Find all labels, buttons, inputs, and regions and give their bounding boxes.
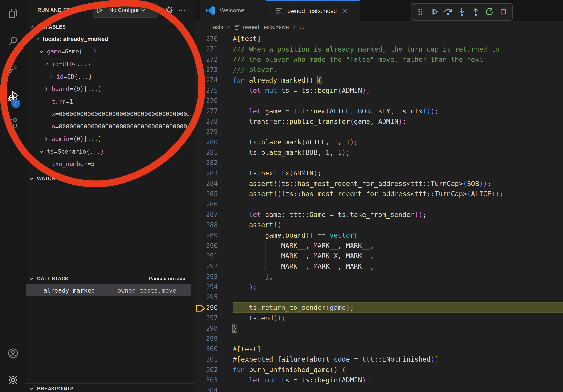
variable-row[interactable]: id = ID{...} — [26, 70, 191, 83]
code-line[interactable]: 271/// When a position is already marked… — [195, 44, 563, 54]
code-line[interactable]: 287 let game: ttt::Game = ts.take_from_s… — [195, 209, 563, 220]
variable-row[interactable]: turn = 1 — [26, 95, 191, 108]
line-number[interactable]: 272 — [205, 55, 218, 63]
line-number[interactable]: 300 — [205, 345, 218, 353]
code-line[interactable]: 295 — [195, 292, 563, 302]
code-line[interactable]: 291 MARK__, MARK_X, MARK__, — [195, 251, 563, 261]
line-number[interactable]: 298 — [205, 325, 218, 332]
code-text[interactable]: } — [233, 323, 563, 333]
code-line[interactable]: 276 — [195, 95, 563, 106]
call-stack-frame[interactable]: already_marked owned_tests.move — [26, 284, 191, 297]
code-text[interactable]: ts.place_mark(BOB, 1, 1); — [233, 147, 563, 157]
code-line[interactable]: 283 ts.next_tx(ADMIN); — [195, 168, 563, 178]
line-number[interactable]: 283 — [205, 169, 218, 177]
line-number[interactable]: 290 — [205, 242, 218, 249]
code-line[interactable]: 293 ], — [195, 271, 563, 282]
code-line[interactable]: 304 — [195, 385, 563, 392]
step-over-button[interactable] — [443, 7, 453, 17]
line-number[interactable]: 301 — [205, 355, 218, 363]
variable-row[interactable]: txn_number = 5 — [26, 158, 191, 170]
code-line[interactable]: 277 let game = ttt::new(ALICE, BOB, KEY,… — [195, 106, 563, 116]
variable-row[interactable]: admin = (0)[...] — [26, 133, 191, 145]
code-text[interactable]: /// When a position is already marked, t… — [233, 44, 563, 54]
chevron-down-icon[interactable] — [39, 49, 44, 54]
call-stack-section-header[interactable]: CALL STACK Paused on step — [26, 273, 194, 284]
code-text[interactable]: ); — [233, 282, 563, 292]
code-text[interactable]: let mut ts = ts::begin(ADMIN); — [233, 85, 563, 95]
debug-stackframe-icon[interactable] — [195, 302, 205, 313]
step-into-button[interactable] — [457, 7, 467, 17]
code-text[interactable] — [233, 127, 563, 137]
close-icon[interactable] — [342, 8, 349, 15]
gear-icon[interactable] — [164, 6, 174, 15]
line-number[interactable]: 277 — [205, 107, 218, 115]
line-number[interactable]: 270 — [205, 35, 218, 43]
line-number[interactable]: 303 — [205, 376, 218, 384]
code-text[interactable]: ts.place_mark(ALICE, 1, 1); — [233, 137, 563, 147]
code-text[interactable]: ], — [233, 271, 563, 282]
chevron-down-icon[interactable] — [35, 37, 40, 42]
line-number[interactable]: 295 — [205, 293, 218, 301]
code-line[interactable]: 294 ); — [195, 282, 563, 292]
code-text[interactable]: game.board() == vector[ — [233, 230, 563, 240]
code-line[interactable]: 274fun already_marked() { — [195, 75, 563, 85]
code-text[interactable]: transfer::public_transfer(game, ADMIN); — [233, 116, 563, 127]
line-number[interactable]: 302 — [205, 366, 218, 373]
code-line[interactable]: 273/// player. — [195, 65, 563, 75]
line-number[interactable]: 296 — [205, 304, 218, 312]
line-number[interactable]: 299 — [205, 335, 218, 342]
restart-button[interactable] — [485, 7, 494, 17]
code-text[interactable] — [233, 333, 563, 344]
code-line[interactable]: 270#[test] — [195, 34, 563, 44]
breadcrumb-item-file[interactable]: owned_tests.move — [243, 24, 289, 30]
stop-button[interactable] — [499, 7, 508, 17]
chevron-down-icon[interactable] — [44, 61, 49, 66]
line-number[interactable]: 276 — [205, 97, 218, 105]
code-line[interactable]: 280 ts.place_mark(ALICE, 1, 1); — [195, 137, 563, 147]
code-line[interactable]: 297 ts.end(); — [195, 313, 563, 323]
chevron-down-icon[interactable] — [39, 149, 44, 154]
line-number[interactable]: 291 — [205, 252, 218, 260]
activity-search[interactable] — [7, 36, 19, 47]
line-number[interactable]: 271 — [205, 45, 218, 53]
scope-row[interactable]: locals: already_marked — [26, 33, 191, 45]
drag-handle-button[interactable] — [416, 7, 425, 17]
tab-welcome[interactable]: Welcome — [200, 0, 266, 21]
line-number[interactable]: 274 — [205, 76, 218, 84]
code-line[interactable]: 286 — [195, 199, 563, 209]
activity-settings[interactable] — [7, 374, 19, 386]
code-line[interactable]: 278 transfer::public_transfer(game, ADMI… — [195, 116, 563, 127]
line-number[interactable]: 289 — [205, 231, 218, 239]
code-text[interactable]: let mut ts = ts::begin(ADMIN); — [233, 375, 563, 385]
activity-account[interactable] — [7, 348, 19, 359]
code-line[interactable]: 281 ts.place_mark(BOB, 1, 1); — [195, 147, 563, 157]
code-text[interactable]: let game = ttt::new(ALICE, BOB, KEY, ts.… — [233, 106, 563, 116]
variable-row[interactable]: o = 000000000000000000000000000000000000… — [26, 120, 191, 133]
line-number[interactable]: 294 — [205, 283, 218, 291]
chevron-right-icon[interactable] — [44, 136, 49, 142]
code-line[interactable]: 279 — [195, 127, 563, 137]
code-text[interactable]: MARK__, MARK_X, MARK__, — [233, 251, 563, 261]
code-text[interactable]: assert!(ts::has_most_recent_for_address<… — [233, 178, 563, 188]
code-text[interactable] — [233, 385, 563, 392]
line-number[interactable]: 286 — [205, 200, 218, 208]
code-text[interactable]: fun already_marked() { — [233, 75, 563, 85]
code-line[interactable]: 285 assert!(!ts::has_most_recent_for_add… — [195, 189, 563, 199]
code-text[interactable]: fun burn_unfinished_game() { — [233, 365, 563, 375]
code-line[interactable]: 296 ts.return_to_sender(game); — [195, 302, 563, 313]
chevron-right-icon[interactable] — [44, 86, 49, 91]
activity-source-control[interactable] — [7, 63, 19, 74]
line-number[interactable]: 273 — [205, 66, 218, 74]
code-text[interactable]: ts.return_to_sender(game); — [233, 302, 563, 313]
code-line[interactable]: 275 let mut ts = ts::begin(ADMIN); — [195, 85, 563, 95]
code-text[interactable]: /// player. — [233, 65, 563, 75]
variable-row[interactable]: x = 000000000000000000000000000000000000… — [26, 108, 191, 120]
code-text[interactable] — [233, 95, 563, 106]
line-number[interactable]: 284 — [205, 180, 218, 187]
activity-extensions[interactable] — [7, 118, 19, 129]
step-out-button[interactable] — [471, 7, 481, 17]
code-line[interactable]: 284 assert!(ts::has_most_recent_for_addr… — [195, 178, 563, 188]
breadcrumb-item-symbol[interactable]: ... — [300, 24, 304, 30]
code-line[interactable]: 272/// the player who made the "false" m… — [195, 54, 563, 65]
code-line[interactable]: 302fun burn_unfinished_game() { — [195, 365, 563, 375]
